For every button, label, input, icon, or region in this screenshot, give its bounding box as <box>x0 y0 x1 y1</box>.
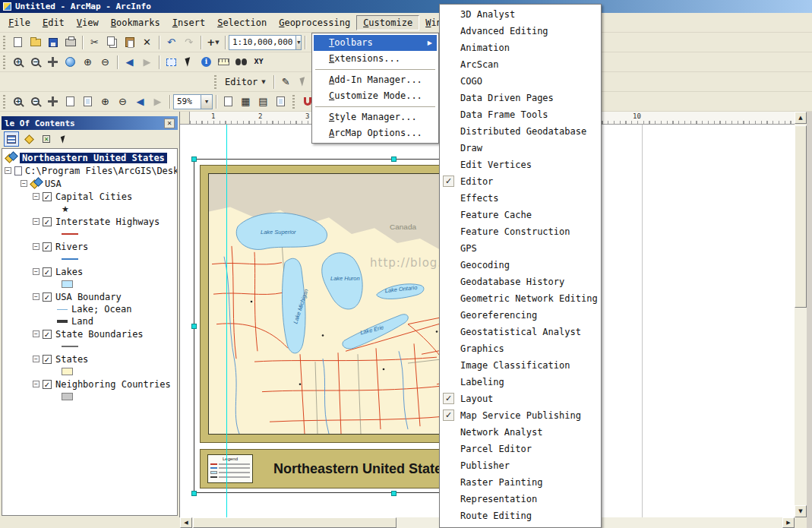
undo-button[interactable]: ↶ <box>163 34 180 51</box>
layout-guide-line[interactable] <box>226 125 227 517</box>
submenu-item-edit-vertices[interactable]: Edit Vertices <box>440 157 601 173</box>
vertical-scrollbar[interactable]: ▲ ▼ <box>795 112 807 517</box>
highway-line-symbol[interactable] <box>62 233 78 235</box>
menu-geoprocessing[interactable]: Geoprocessing <box>273 16 356 30</box>
layer-checkbox[interactable]: ✓ <box>43 292 52 302</box>
fixed-zoom-in-button[interactable]: ⊕ <box>79 54 96 71</box>
selection-handle[interactable] <box>391 491 397 496</box>
submenu-item-cogo[interactable]: COGO <box>440 73 601 90</box>
menu-item-customize-mode[interactable]: Customize Mode... <box>314 88 437 104</box>
go-back-extent-button[interactable]: ◀ <box>121 54 138 71</box>
layout-fixed-zoom-in-button[interactable]: ⊕ <box>96 93 114 110</box>
layout-zoom-in-button[interactable]: + <box>9 93 27 110</box>
submenu-item-arcscan[interactable]: ArcScan <box>440 56 601 73</box>
add-data-button[interactable]: +▼ <box>204 34 222 51</box>
horizontal-scroll-thumb[interactable] <box>193 517 397 528</box>
menu-file[interactable]: File <box>2 16 36 30</box>
lake-fill-symbol[interactable] <box>62 280 73 288</box>
layer-checkbox[interactable]: ✓ <box>43 355 52 364</box>
data-driven-pages-button[interactable] <box>272 93 289 110</box>
identify-button[interactable]: i <box>197 54 215 71</box>
submenu-item-data-driven-pages[interactable]: Data Driven Pages <box>440 90 601 106</box>
go-forward-extent-button[interactable]: ▶ <box>138 54 156 71</box>
measure-button[interactable] <box>215 54 232 71</box>
find-button[interactable] <box>232 54 250 71</box>
zoom-whole-page-button[interactable] <box>62 93 79 110</box>
menu-item-arcmap-options[interactable]: ArcMap Options... <box>314 125 437 141</box>
layer-checkbox[interactable]: ✓ <box>43 380 52 389</box>
layout-zoom-out-button[interactable]: − <box>27 93 44 110</box>
states-fill-symbol[interactable] <box>62 368 73 375</box>
legend-box[interactable]: Legend <box>207 454 253 483</box>
ocean-line-symbol[interactable] <box>57 309 68 310</box>
countries-fill-symbol[interactable] <box>62 393 73 400</box>
copy-button[interactable] <box>103 34 121 51</box>
toolbar-grip[interactable] <box>3 95 5 109</box>
scroll-up-button[interactable]: ▲ <box>795 112 807 124</box>
submenu-item-feature-cache[interactable]: Feature Cache <box>440 207 601 223</box>
submenu-item-geocoding[interactable]: Geocoding <box>440 257 601 273</box>
paste-button[interactable] <box>121 34 138 51</box>
scroll-left-button[interactable]: ◀ <box>180 517 192 528</box>
select-elements-button[interactable] <box>180 54 197 71</box>
star-symbol[interactable]: ★ <box>62 205 69 213</box>
submenu-item-draw[interactable]: Draw <box>440 140 601 157</box>
layer-row[interactable]: ✓ Capital Cities <box>2 190 177 203</box>
menu-customize[interactable]: Customize <box>356 15 419 30</box>
submenu-item-feature-construction[interactable]: Feature Construction <box>440 223 601 240</box>
redo-button[interactable]: ↷ <box>180 34 197 51</box>
collapse-icon[interactable] <box>33 243 39 250</box>
layer-checkbox[interactable]: ✓ <box>43 192 52 201</box>
layout-back-extent-button[interactable]: ◀ <box>131 93 149 110</box>
collapse-icon[interactable] <box>33 293 39 300</box>
submenu-item-advanced-editing[interactable]: Advanced Editing <box>440 23 601 40</box>
layer-row[interactable]: ✓ Neighboring Countries <box>2 378 177 390</box>
submenu-item-map-service-publishing[interactable]: ✓Map Service Publishing <box>440 407 601 424</box>
submenu-item-layout[interactable]: ✓Layout <box>440 390 601 407</box>
submenu-item-graphics[interactable]: Graphics <box>440 340 601 357</box>
toggle-draft-mode-button[interactable] <box>220 93 237 110</box>
selection-handle[interactable] <box>191 491 197 496</box>
zoom-dropdown-button[interactable]: ▼ <box>201 95 212 109</box>
list-by-visibility-button[interactable]: ✕ <box>39 131 54 147</box>
fixed-zoom-out-button[interactable]: ⊖ <box>96 54 114 71</box>
submenu-item-parcel-editor[interactable]: Parcel Editor <box>440 441 601 457</box>
submenu-item-3d-analyst[interactable]: 3D Analyst <box>440 6 601 23</box>
change-layout-button[interactable]: ▤ <box>254 93 272 110</box>
layer-row[interactable]: ✓ States <box>2 353 177 365</box>
toc-header[interactable]: le Of Contents ✕ <box>2 116 178 130</box>
layout-fixed-zoom-out-button[interactable]: ⊖ <box>114 93 131 110</box>
submenu-item-geodatabase-history[interactable]: Geodatabase History <box>440 273 601 290</box>
menu-item-extensions[interactable]: Extensions... <box>314 51 437 67</box>
collapse-icon[interactable] <box>33 356 39 362</box>
layer-checkbox[interactable]: ✓ <box>43 217 52 226</box>
layer-row[interactable]: ✓ Interstate Highways <box>2 215 177 228</box>
submenu-item-representation[interactable]: Representation <box>440 491 601 507</box>
edit-annotation-button[interactable] <box>295 74 312 90</box>
selection-handle[interactable] <box>391 157 397 162</box>
land-line-symbol[interactable] <box>57 320 68 323</box>
source-path-row[interactable]: C:\Program Files\ArcGIS\Desktop10 <box>2 164 177 177</box>
new-document-button[interactable] <box>9 34 27 51</box>
group-layer-row[interactable]: USA <box>2 177 177 190</box>
collapse-icon[interactable] <box>5 167 11 174</box>
layout-forward-extent-button[interactable]: ▶ <box>149 93 166 110</box>
open-button[interactable] <box>27 34 44 51</box>
collapse-icon[interactable] <box>33 193 39 200</box>
zoom-in-button[interactable]: + <box>9 54 27 71</box>
boundary-line-symbol[interactable] <box>62 346 78 347</box>
submenu-item-georeferencing[interactable]: Georeferencing <box>440 307 601 324</box>
selection-handle[interactable] <box>191 324 197 329</box>
collapse-icon[interactable] <box>21 180 27 187</box>
zoom-100-button[interactable] <box>79 93 96 110</box>
submenu-item-animation[interactable]: Animation <box>440 40 601 56</box>
submenu-item-distributed-geodatabase[interactable]: Distributed Geodatabase <box>440 123 601 140</box>
layer-row[interactable]: ✓ Lakes <box>2 265 177 278</box>
list-by-source-button[interactable] <box>21 131 36 147</box>
submenu-item-image-classification[interactable]: Image Classification <box>440 357 601 374</box>
submenu-item-gps[interactable]: GPS <box>440 240 601 257</box>
menu-edit[interactable]: Edit <box>36 16 71 30</box>
collapse-icon[interactable] <box>33 330 39 337</box>
toolbar-grip[interactable] <box>292 95 295 109</box>
layer-checkbox[interactable]: ✓ <box>43 330 52 339</box>
